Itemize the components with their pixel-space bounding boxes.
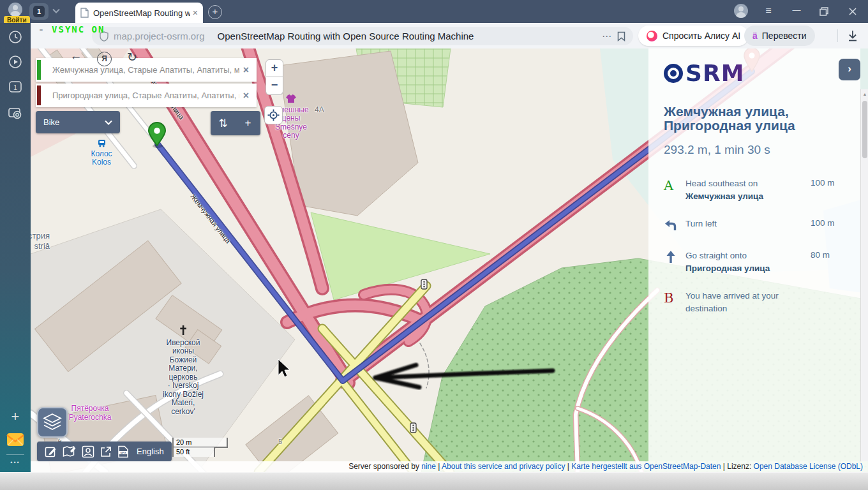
- end-input[interactable]: [51, 90, 241, 101]
- gpx-file-icon[interactable]: GPX: [117, 445, 129, 458]
- ask-alice-button[interactable]: Спросить Алису AI: [638, 26, 749, 46]
- clear-start-icon[interactable]: ×: [241, 64, 257, 76]
- collapse-panel-button[interactable]: ›: [839, 59, 860, 80]
- direction-step[interactable]: B You have arrived at your destination: [664, 290, 849, 315]
- screenshot-icon[interactable]: [8, 105, 23, 121]
- directions-list: A Head southeast onЖемчужная улица 100 m…: [664, 177, 849, 330]
- locate-button[interactable]: [264, 106, 283, 124]
- scrollbar-thumb[interactable]: [862, 101, 867, 158]
- page-favicon: [80, 8, 89, 18]
- layers-icon: [43, 413, 62, 431]
- destination-badge: B: [664, 290, 673, 306]
- scale-imperial: 50 ft: [172, 447, 215, 457]
- waypoint-row-end: ×: [36, 84, 257, 107]
- direction-step[interactable]: Turn left 100 m: [664, 218, 849, 235]
- svg-text:1: 1: [13, 84, 17, 91]
- directions-panel: SRM › Жемчужная улица, Пригородная улица…: [648, 48, 860, 461]
- mail-icon[interactable]: [6, 433, 24, 447]
- video-icon[interactable]: [8, 54, 23, 70]
- alice-icon: [647, 31, 657, 41]
- tabs-panel-icon[interactable]: 1: [8, 79, 23, 94]
- attribution-footer: Server sponsored by nine | About this se…: [31, 461, 868, 472]
- url-page-title: OpenStreetMap Routing with Open Source R…: [218, 31, 597, 41]
- browser-menu-icon[interactable]: ≡: [761, 5, 776, 17]
- end-color-bar: [37, 85, 41, 105]
- history-icon[interactable]: [8, 29, 23, 45]
- route-summary: 293.2 m, 1 min 30 s: [664, 143, 770, 157]
- nine-link[interactable]: nine: [421, 462, 436, 471]
- sidebar-divider: [6, 454, 24, 455]
- browser-avatar[interactable]: [734, 4, 748, 18]
- start-input[interactable]: [51, 64, 241, 75]
- clear-end-icon[interactable]: ×: [241, 90, 257, 101]
- tab-strip: Войти 1 OpenStreetMap Routing with Open …: [0, 0, 868, 23]
- screen: Колос Kolos 4A Смешные цены Smešnye ceny…: [0, 0, 868, 490]
- yandex-button[interactable]: Я: [97, 52, 112, 66]
- language-selector[interactable]: English: [137, 447, 164, 456]
- share-icon[interactable]: [100, 445, 112, 458]
- taskbar: lm ••: [0, 472, 868, 490]
- direction-step[interactable]: A Head southeast onЖемчужная улица 100 m: [664, 177, 849, 203]
- scroll-up-icon[interactable]: ▲: [861, 92, 868, 96]
- start-badge: A: [664, 178, 673, 193]
- new-tab-button[interactable]: +: [208, 5, 222, 19]
- profile-avatar[interactable]: [8, 3, 22, 17]
- profile-icon[interactable]: [82, 445, 94, 458]
- downloads-icon[interactable]: [847, 29, 858, 42]
- add-waypoint-button[interactable]: +: [236, 111, 260, 135]
- tab-title: OpenStreetMap Routing with Open Source R…: [93, 8, 190, 18]
- edit-icon[interactable]: [45, 445, 57, 458]
- sidebar-add-icon[interactable]: +: [8, 410, 23, 425]
- url-domain: map.project-osrm.org: [114, 31, 205, 41]
- straight-icon: [664, 250, 678, 264]
- osm-data-link[interactable]: Karte hergestellt aus OpenStreetMap-Date…: [571, 462, 721, 471]
- turn-left-icon: [664, 218, 678, 232]
- chevron-down-icon: [105, 120, 112, 125]
- direction-step[interactable]: Go straight ontoПригородная улица 80 m: [664, 249, 849, 275]
- chevron-down-icon[interactable]: [52, 8, 60, 13]
- tab-counter: 1: [33, 6, 45, 17]
- bookmark-icon[interactable]: [617, 31, 625, 41]
- reload-button[interactable]: ↻: [124, 50, 140, 64]
- tab-close-icon[interactable]: ×: [193, 8, 198, 18]
- browser-sidebar: 1 + •••: [0, 23, 31, 472]
- url-bar[interactable]: map.project-osrm.org OpenStreetMap Routi…: [92, 27, 633, 45]
- browser-tab[interactable]: OpenStreetMap Routing with Open Source R…: [75, 3, 203, 23]
- translate-icon: ä: [752, 31, 758, 41]
- layers-button[interactable]: [37, 407, 68, 438]
- minimize-button[interactable]: —: [789, 5, 804, 15]
- start-color-bar: [37, 60, 41, 80]
- svg-text:GPX: GPX: [121, 451, 126, 454]
- page-scrollbar[interactable]: ▲: [860, 89, 868, 461]
- about-link[interactable]: About this service and privacy policy: [442, 462, 565, 471]
- tab-group-button[interactable]: 1: [29, 3, 49, 20]
- zoom-in-button[interactable]: +: [266, 59, 283, 77]
- swap-waypoints-button[interactable]: ⇅: [211, 111, 236, 135]
- sidebar-more-icon[interactable]: •••: [0, 459, 31, 466]
- url-actions-icon[interactable]: ⋯: [602, 31, 612, 42]
- route-title: Жемчужная улица, Пригородная улица: [664, 105, 842, 133]
- restore-button[interactable]: [819, 7, 828, 16]
- translate-button[interactable]: ä Перевести: [744, 26, 815, 46]
- license-link[interactable]: Open Database License (ODbL): [754, 462, 863, 471]
- osrm-logo-o: [664, 64, 683, 83]
- toolbar-divider: [837, 29, 838, 42]
- travel-mode-select[interactable]: Bike: [36, 111, 120, 133]
- back-button[interactable]: ←: [68, 49, 84, 63]
- waypoint-actions: ⇅ +: [211, 111, 260, 135]
- close-window-button[interactable]: [848, 7, 857, 16]
- crosshair-icon: [267, 109, 280, 121]
- osrm-logo: SRM: [664, 60, 744, 86]
- zoom-out-button[interactable]: −: [266, 77, 283, 95]
- map-tools-bar: GPX English: [37, 442, 172, 461]
- edit-map-icon[interactable]: [63, 445, 77, 458]
- scale-metric: 20 m: [172, 438, 228, 448]
